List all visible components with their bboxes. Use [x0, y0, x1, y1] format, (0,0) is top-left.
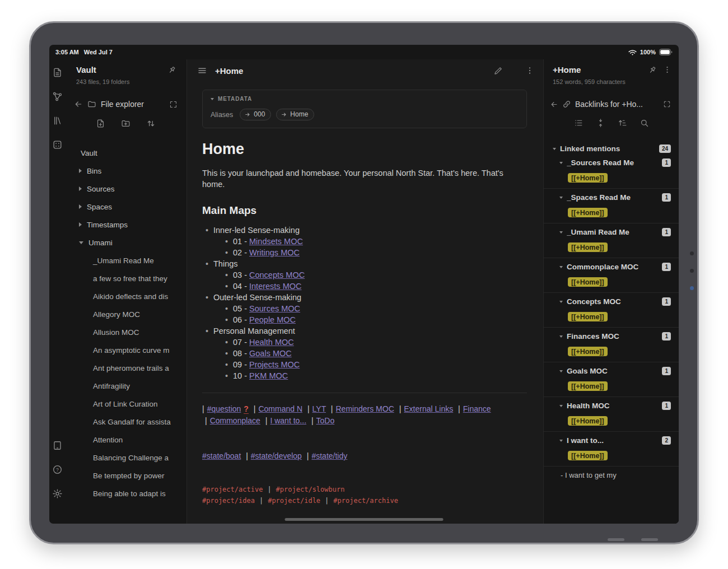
internal-link[interactable]: People MOC	[249, 315, 296, 324]
match-highlight[interactable]: [[+Home]]	[568, 347, 608, 356]
edit-pencil-icon[interactable]	[493, 66, 503, 76]
collapse-results-icon[interactable]	[596, 118, 605, 128]
tree-file[interactable]: Be tempted by power	[65, 467, 186, 484]
quick-links: |#question? |Command N |LYT |Reminders M…	[202, 403, 527, 427]
tree-folder[interactable]: Umami	[65, 234, 186, 251]
ipad-frame: 3:05 AM Wed Jul 7 100% ?	[29, 21, 699, 544]
internal-link[interactable]: External Links	[404, 404, 453, 413]
tree-folder[interactable]: Bins	[65, 162, 186, 180]
linked-mentions-header[interactable]: Linked mentions 24	[544, 144, 679, 153]
graph-icon[interactable]	[52, 91, 63, 102]
internal-link[interactable]: Interests MOC	[249, 282, 301, 291]
collapse-icon	[559, 370, 563, 372]
match-highlight[interactable]: [[+Home]]	[568, 381, 608, 391]
tag-link[interactable]: #state/boat	[202, 451, 241, 460]
tree-folder[interactable]: Timestamps	[65, 216, 186, 234]
internal-link[interactable]: Writings MOC	[249, 248, 300, 257]
collapse-icon	[559, 266, 563, 268]
help-icon[interactable]: ?	[52, 464, 63, 475]
tree-root[interactable]: Vault	[65, 144, 186, 162]
tree-file[interactable]: Ant pheromone trails a	[65, 359, 186, 377]
back-arrow-icon[interactable]	[74, 100, 83, 109]
internal-link[interactable]: Goals MOC	[249, 349, 292, 358]
settings-icon[interactable]	[52, 488, 63, 499]
tree-file[interactable]: Allusion MOC	[65, 323, 186, 341]
back-arrow-icon[interactable]	[550, 100, 558, 109]
match-highlight[interactable]: [[+Home]]	[568, 277, 608, 287]
collapse-icon	[559, 162, 563, 164]
match-highlight[interactable]: [[+Home]]	[568, 312, 608, 321]
match-highlight[interactable]: [[+Home]]	[568, 416, 608, 426]
tag-code[interactable]: #project/active	[202, 486, 263, 493]
tag-code[interactable]: #project/idea	[202, 497, 255, 505]
metadata-header[interactable]: METADATA	[211, 96, 519, 102]
tree-file[interactable]: An asymptotic curve m	[65, 341, 186, 359]
internal-link[interactable]: Concepts MOC	[249, 270, 305, 279]
internal-link[interactable]: Commonplace	[210, 416, 260, 425]
screen: 3:05 AM Wed Jul 7 100% ?	[49, 45, 679, 524]
match-highlight[interactable]: [[+Home]]	[568, 208, 608, 217]
internal-link[interactable]: I want to...	[270, 416, 306, 425]
question-mark[interactable]: ?	[244, 404, 249, 414]
library-icon[interactable]	[52, 115, 63, 126]
tree-file[interactable]: Antifragility	[65, 377, 186, 395]
tag-link[interactable]: #state/develop	[251, 451, 302, 460]
match-highlight[interactable]: [[+Home]]	[568, 242, 608, 252]
internal-link[interactable]: ToDo	[316, 416, 335, 425]
bullet-list-icon[interactable]	[574, 118, 584, 128]
internal-link[interactable]: Health MOC	[249, 338, 294, 347]
tag-code[interactable]: #project/archive	[333, 497, 398, 505]
tree-folder[interactable]: Sources	[65, 180, 186, 198]
count-badge: 1	[662, 228, 671, 236]
internal-link[interactable]: Finance	[463, 404, 491, 413]
internal-link[interactable]: Command N	[258, 404, 302, 413]
tree-file[interactable]: Being able to adapt is	[65, 484, 186, 502]
match-highlight[interactable]: [[+Home]]	[568, 173, 608, 183]
mention-name: Health MOC	[567, 402, 658, 410]
tree-folder[interactable]: Spaces	[65, 198, 186, 216]
question-tag[interactable]: #question	[207, 404, 241, 413]
tree-file[interactable]: a few so free that they	[65, 269, 186, 287]
tree-file[interactable]: Allegory MOC	[65, 305, 186, 323]
more-options-icon[interactable]	[663, 66, 671, 74]
internal-link[interactable]: PKM MOC	[249, 371, 288, 380]
internal-link[interactable]: Projects MOC	[249, 360, 300, 369]
internal-link[interactable]: Mindsets MOC	[249, 237, 303, 246]
search-icon[interactable]	[640, 118, 649, 128]
divider	[202, 393, 527, 393]
expand-icon[interactable]	[663, 100, 671, 108]
sort-icon[interactable]	[146, 119, 156, 128]
tree-file[interactable]: Ask Gandalf for assista	[65, 413, 186, 431]
match-highlight[interactable]: [[+Home]]	[568, 451, 608, 460]
project-tags-line: #project/idea|#project/idle|#project/arc…	[202, 495, 527, 506]
tree-file[interactable]: Attention	[65, 431, 186, 449]
tag-link[interactable]: #state/tidy	[311, 451, 347, 460]
tag-code[interactable]: #project/idle	[268, 497, 320, 505]
new-folder-icon[interactable]	[121, 119, 130, 128]
tree-file[interactable]: _Umami Read Me	[65, 251, 186, 269]
sort-order-icon[interactable]	[618, 118, 627, 128]
internal-link[interactable]: LYT	[312, 404, 326, 413]
list-item: 04 - Interests MOC	[202, 281, 527, 292]
more-options-icon[interactable]	[525, 66, 534, 75]
home-indicator[interactable]	[285, 518, 444, 521]
alias-pill[interactable]: 000	[240, 109, 271, 120]
side-sensor-dot	[690, 251, 694, 255]
new-note-icon[interactable]	[96, 119, 105, 128]
panel-title: File explorer	[101, 100, 165, 109]
notebook-icon[interactable]	[52, 67, 63, 78]
internal-link[interactable]: Reminders MOC	[336, 404, 394, 413]
hamburger-menu-icon[interactable]	[197, 66, 207, 76]
match-context[interactable]: - I want to get my	[544, 467, 679, 479]
tag-code[interactable]: #project/slowburn	[276, 486, 345, 493]
internal-link[interactable]: Sources MOC	[249, 304, 300, 313]
expand-icon[interactable]	[169, 100, 178, 109]
tree-file[interactable]: Aikido deflects and dis	[65, 287, 186, 305]
tablet-icon[interactable]	[52, 440, 63, 451]
tree-file[interactable]: Art of Link Curation	[65, 395, 186, 413]
dice-icon[interactable]	[52, 139, 63, 150]
tree-file[interactable]: Balancing Challenge a	[65, 449, 186, 467]
pin-icon[interactable]	[167, 66, 176, 74]
pin-icon[interactable]	[648, 66, 657, 74]
alias-pill[interactable]: Home	[276, 109, 314, 120]
